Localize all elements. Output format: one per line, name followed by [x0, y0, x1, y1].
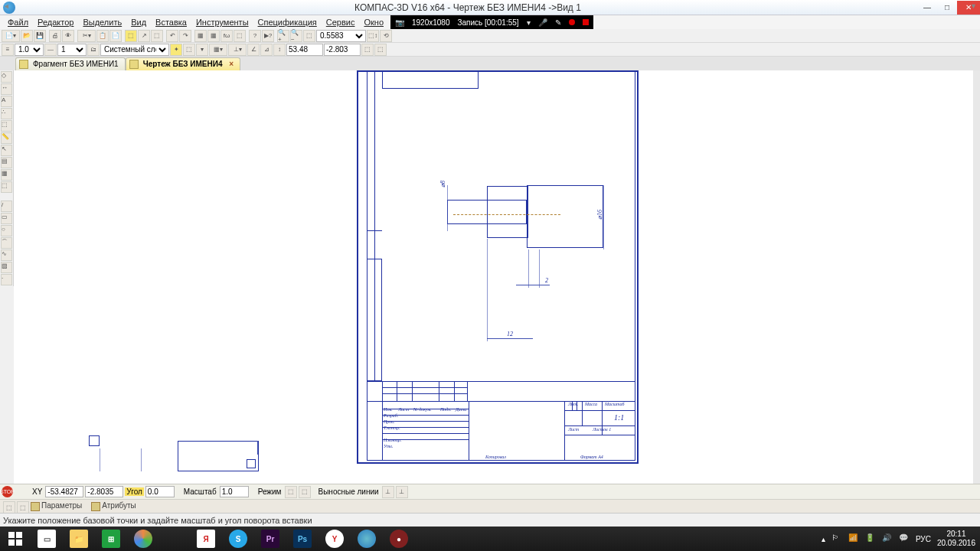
prop-y[interactable]	[85, 486, 123, 497]
minimize-button[interactable]: —	[917, 1, 937, 15]
recorder-mic-icon[interactable]: 🎤	[538, 18, 547, 27]
stop-command-button[interactable]: STOP	[2, 486, 13, 497]
tool-c[interactable]: ▦	[194, 30, 207, 42]
menu-service[interactable]: Сервис	[322, 17, 360, 28]
zoom-tool-b[interactable]: ⟲	[380, 30, 392, 42]
task-kompas[interactable]	[351, 527, 383, 551]
lt-measure[interactable]: 📏	[1, 132, 12, 144]
lt-line[interactable]: /	[1, 201, 12, 212]
prop-tool-b[interactable]: ⬚	[17, 501, 29, 514]
dt-6[interactable]: ↕	[273, 44, 286, 56]
dt-7[interactable]: ⬚	[361, 44, 374, 56]
lt-geometry[interactable]: ◇	[1, 71, 12, 83]
lt-dim[interactable]: ↔	[1, 83, 12, 95]
drawing-canvas[interactable]: ⌀8 ⌀16 2 12 Лит. Масса Масштаб 1:1 Лист …	[14, 70, 973, 484]
paste-button[interactable]: 📄	[109, 30, 122, 42]
tool-b[interactable]: ⬚	[151, 30, 163, 42]
lt-text[interactable]: A	[1, 96, 12, 107]
menu-file[interactable]: Файл	[3, 17, 33, 28]
task-recorder[interactable]: ●	[383, 527, 415, 551]
vertical-scrollbar[interactable]	[973, 70, 980, 484]
tab-fragment[interactable]: Фрагмент БЕЗ ИМЕНИ1	[15, 57, 126, 70]
tray-up-icon[interactable]: ▴	[822, 535, 825, 543]
linestyle-select[interactable]: 1	[57, 44, 87, 56]
props-button[interactable]: ⬚	[125, 30, 137, 42]
zoom-fit-button[interactable]: ⬚	[303, 30, 315, 42]
linewidth-icon[interactable]: ≡	[2, 44, 14, 56]
recorder-record-icon[interactable]	[569, 19, 575, 25]
preview-button[interactable]: 👁	[62, 30, 74, 42]
task-explorer[interactable]: ▭	[31, 527, 63, 551]
tab-close-icon[interactable]: ×	[229, 60, 234, 68]
coord-x[interactable]	[286, 44, 323, 56]
redo-button[interactable]: ↷	[179, 30, 191, 42]
mode-btn-2[interactable]: ⬚	[299, 486, 311, 498]
grid-button[interactable]: ▦▾	[209, 44, 227, 56]
task-photoshop[interactable]: Ps	[286, 527, 318, 551]
tray-clock[interactable]: 20:11 20.09.2016	[937, 530, 975, 548]
task-store[interactable]: ⊞	[95, 527, 127, 551]
zoom-out-button[interactable]: 🔍−	[290, 30, 302, 42]
lt-point[interactable]: ·	[1, 274, 12, 285]
linewidth-select[interactable]: 1.0	[15, 44, 44, 56]
dt-8[interactable]: ⬚	[374, 44, 387, 56]
lt-edit[interactable]: ∴	[1, 108, 12, 119]
lt-spline[interactable]: ∿	[1, 249, 12, 261]
dt-4[interactable]: ∠	[247, 44, 260, 56]
prop-x[interactable]	[45, 486, 83, 497]
zoom-in-button[interactable]: 🔍+	[277, 30, 289, 42]
tab-nav-left[interactable]: ◄	[3, 2, 10, 10]
prop-createobj-button[interactable]: ⬚	[3, 501, 15, 514]
tray-lang[interactable]: РУС	[916, 535, 931, 543]
fx-button[interactable]: fω	[220, 30, 233, 42]
menu-view[interactable]: Вид	[126, 17, 151, 28]
tray-flag-icon[interactable]: 🏳	[831, 533, 842, 544]
cut-button[interactable]: ✂▾	[77, 30, 96, 42]
tray-battery-icon[interactable]: 🔋	[865, 533, 876, 544]
tray-network-icon[interactable]: 📶	[848, 533, 859, 544]
lt-param[interactable]: ⬚	[1, 120, 12, 132]
tool-a[interactable]: ↗	[138, 30, 150, 42]
start-button[interactable]	[0, 527, 31, 551]
save-button[interactable]: 💾	[34, 30, 46, 42]
lt-arc[interactable]: ⌒	[1, 237, 12, 249]
copy-button[interactable]: 📋	[96, 30, 109, 42]
task-folder[interactable]: 📁	[63, 527, 95, 551]
coord-y[interactable]	[324, 44, 361, 56]
menu-spec[interactable]: Спецификация	[253, 17, 322, 28]
layer-icon[interactable]: 🗂	[87, 44, 100, 56]
help-button[interactable]: ?	[249, 30, 261, 42]
ext-btn-1[interactable]: ⊥	[382, 486, 394, 498]
open-button[interactable]: 📂	[21, 30, 33, 42]
maximize-button[interactable]: □	[937, 1, 957, 15]
lt-report[interactable]: ▦	[1, 169, 12, 181]
dt-1[interactable]: ✦	[170, 44, 182, 56]
dt-5[interactable]: ⊿	[260, 44, 273, 56]
new-button[interactable]: 📄▾	[2, 30, 20, 42]
lt-rect[interactable]: ▭	[1, 213, 12, 224]
mode-btn-1[interactable]: ⬚	[285, 486, 297, 498]
dt-2[interactable]: ⬚	[183, 44, 195, 56]
prop-angle[interactable]	[145, 486, 175, 497]
menu-tools[interactable]: Инструменты	[191, 17, 253, 28]
lt-spec[interactable]: ▤	[1, 157, 12, 168]
zoom-tool-a[interactable]: ⬚↕	[367, 30, 379, 42]
proptab-attrs[interactable]: Атрибуты	[91, 501, 136, 510]
lt-insert[interactable]: ⬚	[1, 181, 12, 193]
undo-button[interactable]: ↶	[166, 30, 178, 42]
tab-drawing[interactable]: Чертеж БЕЗ ИМЕНИ4 ×	[126, 57, 240, 70]
recorder-stop-icon[interactable]	[583, 19, 589, 25]
tool-e[interactable]: ⬚	[234, 30, 246, 42]
menu-editor[interactable]: Редактор	[33, 17, 78, 28]
layer-select[interactable]: Системный слой	[100, 44, 169, 56]
dt-3[interactable]: ▾	[196, 44, 208, 56]
prop-scale[interactable]	[220, 486, 249, 497]
recorder-edit-icon[interactable]: ✎	[555, 18, 561, 27]
lt-hatch[interactable]: ▨	[1, 262, 12, 273]
print-button[interactable]: 🖨	[49, 30, 61, 42]
task-skype[interactable]: S	[222, 527, 254, 551]
task-yandex[interactable]: Я	[190, 527, 222, 551]
tray-volume-icon[interactable]: 🔊	[882, 533, 893, 544]
ext-btn-2[interactable]: ⊥	[396, 486, 408, 498]
menu-window[interactable]: Окно	[359, 17, 388, 28]
